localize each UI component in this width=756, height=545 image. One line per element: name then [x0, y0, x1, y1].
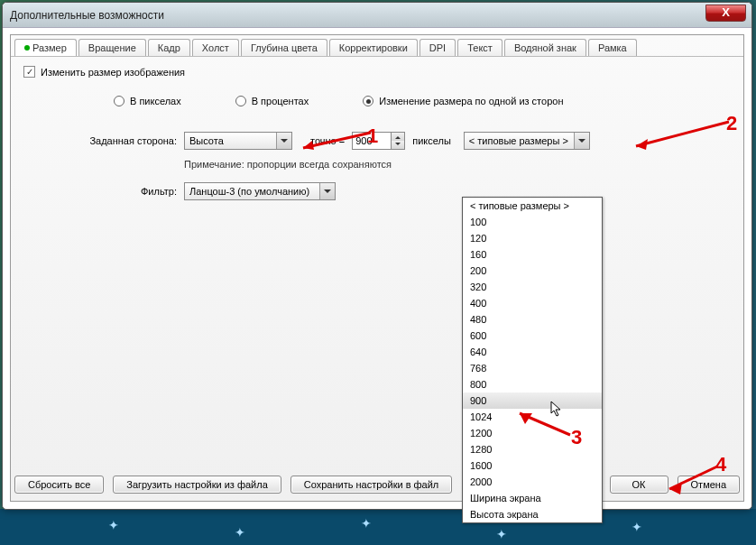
filter-select[interactable]: Ланцош-3 (по умолчанию) [184, 182, 336, 200]
dropdown-item[interactable]: 120 [463, 230, 602, 246]
window-title: Дополнительные возможности [10, 9, 164, 22]
save-button[interactable]: Сохранить настройки в файл [290, 476, 452, 494]
dropdown-item[interactable]: 640 [463, 344, 602, 360]
dropdown-item[interactable]: 320 [463, 279, 602, 295]
mouse-cursor-icon [550, 401, 563, 420]
size-spinner[interactable] [392, 132, 405, 150]
radio-percent[interactable] [235, 96, 246, 106]
dropdown-item[interactable]: 480 [463, 311, 602, 328]
tab-frame[interactable]: Рамка [588, 39, 637, 56]
dropdown-item[interactable]: 100 [463, 214, 602, 230]
chevron-down-icon [574, 133, 589, 149]
dropdown-item[interactable]: 200 [463, 263, 602, 279]
tab-text[interactable]: Текст [457, 39, 502, 56]
dropdown-item[interactable]: < типовые размеры > [463, 198, 602, 214]
tab-rotation[interactable]: Вращение [78, 39, 146, 56]
titlebar: Дополнительные возможности X [3, 3, 751, 28]
dropdown-item[interactable]: Высота экрана [463, 506, 602, 522]
chevron-down-icon [319, 183, 335, 199]
dropdown-item[interactable]: 1600 [463, 457, 602, 474]
reset-button[interactable]: Сбросить все [14, 476, 104, 494]
arrow-3 [509, 404, 574, 440]
tab-crop[interactable]: Кадр [148, 39, 190, 56]
dropdown-item[interactable]: 800 [463, 376, 602, 393]
arrow-1 [285, 128, 375, 155]
radio-pixels[interactable] [114, 96, 124, 106]
tab-canvas[interactable]: Холст [192, 39, 239, 56]
close-button[interactable]: X [705, 5, 746, 22]
dropdown-item[interactable]: Ширина экрана [463, 490, 602, 506]
tab-strip: Размер Вращение Кадр Холст Глубина цвета… [11, 35, 743, 57]
tab-depth[interactable]: Глубина цвета [241, 39, 327, 56]
dropdown-item[interactable]: 400 [463, 295, 602, 311]
radio-side[interactable] [363, 96, 373, 106]
unit-label: пикселы [412, 135, 451, 146]
dropdown-item[interactable]: 768 [463, 360, 602, 376]
dropdown-item[interactable]: 2000 [463, 474, 602, 490]
dialog-body: Размер Вращение Кадр Холст Глубина цвета… [10, 34, 744, 502]
load-button[interactable]: Загрузить настройки из файла [113, 476, 281, 494]
note-label: Примечание: пропорции всегда сохраняются [184, 159, 731, 170]
filter-label: Фильтр: [78, 186, 177, 197]
tab-size[interactable]: Размер [14, 39, 77, 56]
side-select[interactable]: Высота [184, 132, 292, 150]
resize-checkbox[interactable]: ✓ [23, 66, 35, 78]
arrow-4 [659, 462, 722, 498]
preset-select[interactable]: < типовые размеры > [464, 132, 590, 150]
dropdown-item[interactable]: 600 [463, 328, 602, 344]
dropdown-item[interactable]: 160 [463, 246, 602, 263]
tab-adjust[interactable]: Корректировки [329, 39, 418, 56]
active-dot-icon [24, 45, 30, 51]
side-label: Заданная сторона: [78, 135, 177, 146]
arrow-2 [622, 117, 734, 153]
tab-watermark[interactable]: Водяной знак [504, 39, 586, 56]
preset-dropdown-list: < типовые размеры >100120160200320400480… [462, 197, 603, 523]
background: ✦ ✦ ✦ ✦ ✦ [0, 509, 756, 545]
dialog-window: Дополнительные возможности X Размер Вращ… [2, 2, 752, 510]
resize-checkbox-label: Изменить размер изображения [41, 67, 185, 78]
tab-dpi[interactable]: DPI [419, 39, 456, 56]
